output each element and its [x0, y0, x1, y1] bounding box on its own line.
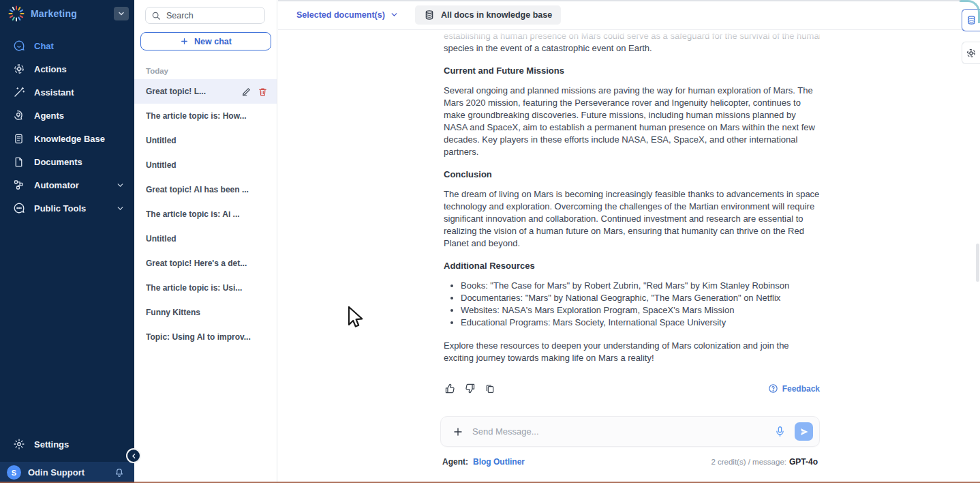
- chat-list-item[interactable]: Great topic! L...: [134, 79, 277, 104]
- model-name: GPT-4o: [789, 457, 818, 467]
- search-input-wrapper: [145, 7, 265, 24]
- chat-list-item[interactable]: The article topic is: Ai ...: [134, 202, 277, 226]
- workspace-dropdown-button[interactable]: [114, 7, 129, 20]
- attach-plus-icon[interactable]: [453, 426, 463, 437]
- avatar: S: [7, 465, 21, 480]
- chat-title: Great topic! AI has been ...: [146, 185, 269, 194]
- chat-list-item[interactable]: Great topic! AI has been ...: [134, 177, 277, 202]
- sidebar-item-automator[interactable]: Automator: [0, 173, 134, 196]
- message-paragraph: Several ongoing and planned missions are…: [444, 85, 820, 158]
- chevron-left-icon: [130, 452, 138, 460]
- chat-toolbar: Selected document(s) All docs in knowled…: [278, 0, 980, 30]
- chat-title: The article topic is: How...: [146, 111, 269, 121]
- agents-icon: [12, 109, 25, 122]
- message-input[interactable]: [472, 426, 765, 437]
- sidebar-item-actions[interactable]: Actions: [0, 57, 134, 80]
- message-paragraph: establishing a human presence on Mars co…: [444, 30, 820, 42]
- chat-list-panel: New chat Today Great topic! L... The art…: [134, 0, 277, 483]
- all-docs-chip[interactable]: All docs in knowledge base: [415, 5, 561, 25]
- sidebar-item-assistant[interactable]: Assistant: [0, 80, 134, 104]
- chat-list-item[interactable]: Untitled: [134, 153, 277, 177]
- thumbs-up-button[interactable]: [444, 382, 457, 395]
- agent-status-row: Agent: Blog Outliner 2 credit(s) / messa…: [440, 457, 820, 467]
- sidebar-nav: Chat Actions Assistant Agents Knowledge …: [0, 34, 134, 220]
- mic-button[interactable]: [774, 426, 786, 437]
- notifications-bell-icon[interactable]: [114, 467, 125, 478]
- message-heading: Conclusion: [444, 169, 820, 181]
- chat-list-item[interactable]: Great topic! Here's a det...: [134, 251, 277, 276]
- bullet-item: Educational Programs: Mars Society, Inte…: [461, 317, 820, 329]
- bullet-item: Websites: NASA's Mars Exploration Progra…: [461, 304, 820, 317]
- edit-chat-icon[interactable]: [240, 85, 252, 98]
- workspace-name: Marketing: [31, 8, 108, 19]
- support-bar[interactable]: S Odin Support: [0, 462, 134, 483]
- feedback-link[interactable]: Feedback: [768, 383, 820, 395]
- sidebar: Marketing Chat Actions Assistant Agents: [0, 0, 134, 483]
- actions-panel-toggle[interactable]: [962, 42, 980, 64]
- delete-chat-icon[interactable]: [256, 85, 269, 98]
- sidebar-item-label: Chat: [34, 41, 54, 51]
- selected-documents-dropdown[interactable]: Selected document(s): [296, 10, 399, 20]
- sidebar-collapse-button[interactable]: [126, 448, 141, 463]
- question-circle-icon: [768, 383, 778, 394]
- actions-icon: [12, 63, 25, 76]
- thumbs-down-button[interactable]: [463, 382, 476, 395]
- send-plane-icon: [799, 427, 809, 437]
- chat-main-panel: Selected document(s) All docs in knowled…: [278, 0, 980, 483]
- chat-title: Topic: Using AI to improv...: [146, 332, 269, 342]
- message-actions: Feedback: [444, 382, 820, 395]
- automator-icon: [12, 179, 25, 192]
- magic-wand-icon: [12, 86, 25, 99]
- bullet-item: Books: "The Case for Mars" by Robert Zub…: [461, 280, 820, 292]
- agent-label: Agent:: [442, 457, 468, 467]
- sidebar-item-label: Public Tools: [34, 203, 86, 214]
- chat-title: Untitled: [146, 136, 269, 145]
- chat-list-item[interactable]: Untitled: [134, 128, 277, 153]
- chat-list-item[interactable]: Untitled: [134, 226, 277, 251]
- chat-list-item[interactable]: The article topic is: Usi...: [134, 276, 277, 300]
- support-label: Odin Support: [28, 467, 107, 478]
- chat-title: Funny Kittens: [146, 308, 269, 317]
- sidebar-item-label: Automator: [34, 180, 79, 190]
- message-heading: Additional Resources: [444, 260, 820, 272]
- send-button[interactable]: [795, 422, 813, 441]
- chat-list-item[interactable]: Topic: Using AI to improv...: [134, 325, 277, 349]
- search-icon: [151, 11, 161, 20]
- knowledge-panel-toggle[interactable]: [962, 9, 980, 31]
- chat-list-item[interactable]: Funny Kittens: [134, 300, 277, 325]
- message-bullet-list: Books: "The Case for Mars" by Robert Zub…: [461, 280, 820, 329]
- chat-section-today: Today: [146, 67, 277, 75]
- new-chat-button[interactable]: New chat: [140, 32, 271, 50]
- credits-label: 2 credit(s) / message:: [711, 458, 786, 466]
- sidebar-item-public-tools[interactable]: Public Tools: [0, 196, 134, 220]
- sidebar-item-documents[interactable]: Documents: [0, 150, 134, 173]
- sidebar-item-knowledge-base[interactable]: Knowledge Base: [0, 127, 134, 150]
- chat-list-item[interactable]: The article topic is: How...: [134, 104, 277, 128]
- agent-name-link[interactable]: Blog Outliner: [473, 457, 525, 467]
- chevron-down-icon: [116, 181, 125, 190]
- chat-title: Great topic! Here's a det...: [146, 259, 269, 268]
- knowledge-base-icon: [12, 132, 25, 145]
- chat-title: Great topic! L...: [146, 87, 236, 96]
- workspace-switcher[interactable]: Marketing: [0, 0, 134, 27]
- chat-title: The article topic is: Ai ...: [146, 209, 269, 219]
- sidebar-item-chat[interactable]: Chat: [0, 34, 134, 57]
- chat-icon: [12, 40, 25, 53]
- new-chat-label: New chat: [194, 37, 232, 46]
- sidebar-item-agents[interactable]: Agents: [0, 104, 134, 127]
- public-tools-icon: [12, 202, 25, 215]
- message-composer: [440, 416, 820, 447]
- sidebar-item-label: Knowledge Base: [34, 134, 105, 144]
- message-paragraph: Explore these resources to deepen your u…: [444, 340, 820, 364]
- sidebar-item-settings[interactable]: Settings: [0, 433, 134, 456]
- message-paragraph: The dream of living on Mars is becoming …: [444, 188, 820, 250]
- chat-title: Untitled: [146, 234, 269, 244]
- database-icon: [424, 10, 435, 20]
- assistant-message: establishing a human presence on Mars co…: [444, 30, 820, 395]
- chat-title: Untitled: [146, 160, 269, 170]
- scrollbar-thumb[interactable]: [976, 244, 979, 282]
- gear-icon: [12, 438, 25, 451]
- sidebar-item-label: Agents: [34, 111, 64, 121]
- search-input[interactable]: [166, 11, 259, 20]
- copy-button[interactable]: [483, 382, 496, 395]
